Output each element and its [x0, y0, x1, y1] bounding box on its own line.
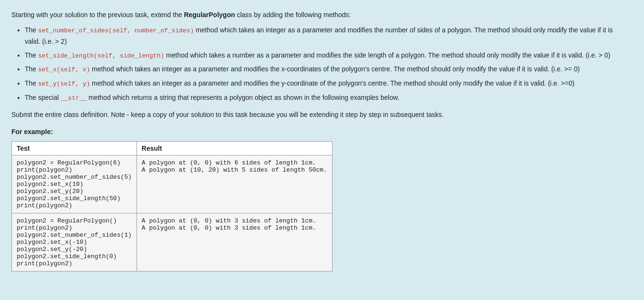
bullet-2-text: method which takes a number as a paramet…: [164, 51, 610, 59]
table-row: polygon2 = RegularPolygon() print(polygo…: [12, 213, 332, 271]
table-header-row: Test Result: [12, 141, 332, 155]
example-table: Test Result polygon2 = RegularPolygon(6)…: [11, 141, 332, 271]
bullet-2: The set_side_length(self, side_length) m…: [25, 50, 630, 61]
col-header-test: Test: [12, 141, 137, 155]
table-cell-result-0: A polygon at (0, 0) with 6 sides of leng…: [137, 155, 332, 213]
submit-note: Submit the entire class definition. Note…: [11, 109, 630, 120]
table-row: polygon2 = RegularPolygon(6) print(polyg…: [12, 155, 332, 213]
col-header-result: Result: [137, 141, 332, 155]
intro-text-after: class by adding the following methods:: [235, 11, 351, 19]
bullet-3-code: set_x(self, x): [38, 66, 90, 73]
bullet-5-text: method which returns a string that repre…: [87, 94, 400, 101]
bullet-5: The special __str__ method which returns…: [25, 92, 630, 104]
bullet-1-code: set_number_of_sides(self, number_of_side…: [38, 27, 194, 34]
intro-bold-class: RegularPolygon: [184, 11, 235, 19]
bullet-1: The set_number_of_sides(self, number_of_…: [25, 25, 630, 47]
bullet-5-code: __str__: [60, 95, 87, 102]
bullet-4-code: set_y(self, y): [38, 80, 90, 87]
table-cell-test-1: polygon2 = RegularPolygon() print(polygo…: [12, 213, 137, 271]
for-example-label: For example:: [11, 126, 630, 137]
intro-text-before: Starting with your solution to the previ…: [11, 11, 184, 19]
bullet-4: The set_y(self, y) method which takes an…: [25, 78, 630, 89]
bullet-2-code: set_side_length(self, side_length): [38, 52, 164, 59]
table-cell-result-1: A polygon at (0, 0) with 3 sides of leng…: [137, 213, 332, 271]
bullet-3: The set_x(self, x) method which takes an…: [25, 64, 630, 75]
table-cell-test-0: polygon2 = RegularPolygon(6) print(polyg…: [12, 155, 137, 213]
methods-list: The set_number_of_sides(self, number_of_…: [25, 25, 630, 103]
bullet-3-text: method which takes an integer as a param…: [90, 65, 580, 73]
intro-paragraph: Starting with your solution to the previ…: [11, 10, 630, 20]
bullet-4-text: method which takes an integer as a param…: [90, 79, 575, 87]
content-area: Starting with your solution to the previ…: [11, 10, 630, 271]
